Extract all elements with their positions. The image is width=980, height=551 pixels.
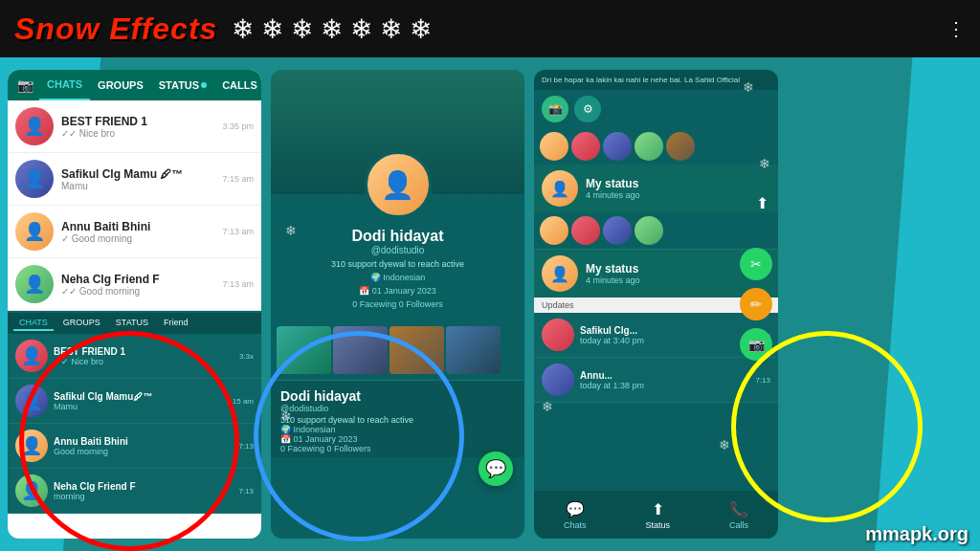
chat-item[interactable]: 👤 Safikul Clg Mamu 🖊™ Mamu 7:15 am <box>8 153 261 206</box>
contact-time: 7:13 <box>755 376 770 385</box>
status-dot <box>201 82 207 88</box>
status-nav-label: Status <box>645 520 670 530</box>
chat-info: Annu Baiti Bhini ✓ Good morning <box>61 220 218 244</box>
camera-fab-button[interactable]: ✂ <box>740 248 772 280</box>
main-content: 📷 CHATS GROUPS STATUS CALLS 👤 BEST FRIEN… <box>0 57 980 551</box>
share-icon[interactable]: ⬆ <box>756 194 768 212</box>
avatar: 👤 <box>15 160 54 198</box>
chat-item[interactable]: 👤 Neha Clg Friend F ✓✓ Good morning 7:13… <box>8 258 261 311</box>
chat-message: Mamu <box>61 181 218 191</box>
chats-nav-icon: 💬 <box>566 500 585 518</box>
profile-avatar: 👤 <box>365 151 432 218</box>
status-nav-icon: ⬆ <box>652 500 664 518</box>
avatar: 👤 <box>15 385 48 417</box>
tab-chats[interactable]: CHATS <box>39 70 90 100</box>
status-panel: ❄ ❄ ❄ ❄ Dri be hapar ka lakin kai nahi l… <box>534 70 778 539</box>
photo-fab-button[interactable]: 📷 <box>740 328 772 361</box>
pencil-fab-button[interactable]: ✏ <box>740 288 772 320</box>
chat-item[interactable]: 👤 Annu Baiti Bhini ✓ Good morning 7:13 a… <box>8 206 261 258</box>
zoomed-chat-item[interactable]: 👤 Safikul Clg Mamu🖊™ Mamu 7:15 am <box>8 379 261 424</box>
status-settings-icon[interactable]: ⚙ <box>574 96 601 122</box>
avatar: 👤 <box>15 430 48 462</box>
nav-calls[interactable]: 📞 Calls <box>729 500 748 530</box>
chat-time: 7:13 <box>238 487 254 496</box>
my-status-time-2: 4 minutes ago <box>586 276 640 285</box>
nav-chats[interactable]: 💬 Chats <box>564 500 587 530</box>
profile-date-zoomed: 📅 01 January 2023 <box>280 434 515 444</box>
profile-date: 📅 01 January 2023 <box>282 286 513 296</box>
profile-handle: @dodistudio <box>282 245 513 255</box>
chat-time: 7:13 am <box>222 227 254 236</box>
contact-avatar <box>540 132 568 161</box>
chat-info: Annu Baiti Bhini Good morning <box>54 436 233 456</box>
my-status-avatar-2: 👤 <box>542 255 578 292</box>
chat-list-panel: 📷 CHATS GROUPS STATUS CALLS 👤 BEST FRIEN… <box>8 70 261 539</box>
avatar: 👤 <box>15 265 54 303</box>
snowflake-4: ❄ <box>321 13 343 45</box>
status-header-msg: Dri be hapar ka lakin kai nahi le nehe b… <box>534 70 778 90</box>
chat-message: ✓✓ Good morning <box>61 286 218 297</box>
chat-name: BEST FRIEND 1 <box>54 346 234 357</box>
chat-time: 3:3x <box>239 352 254 361</box>
thumbnail <box>390 326 444 374</box>
contact-info: Annu... today at 1:38 pm <box>580 370 749 390</box>
contact-avatar <box>571 132 600 161</box>
contact-avatar <box>542 319 574 351</box>
brand-watermark: mmapk.org <box>865 523 969 545</box>
thumbnail <box>333 326 388 374</box>
chat-name: Neha Clg Friend F <box>61 273 218 286</box>
contact-avatar <box>540 216 568 245</box>
chat-info: BEST FRIEND 1 ✓✓ Nice bro <box>61 115 218 139</box>
avatar: 👤 <box>15 474 48 507</box>
chat-info: Safikul Clg Mamu🖊™ Mamu <box>54 391 220 411</box>
profile-desc-zoomed: 310 support dyewal to reach active <box>280 415 515 425</box>
snowflake-icon: ❄ <box>719 437 730 452</box>
chats-nav-label: Chats <box>564 520 587 530</box>
message-fab-button[interactable]: 💬 <box>479 452 513 486</box>
profile-handle-zoomed: @dodistudio <box>280 404 515 413</box>
chat-time: 7:15 am <box>222 174 254 184</box>
profile-description: 310 support dyewal to reach active <box>282 259 513 269</box>
contact-name: Annu... <box>580 370 749 381</box>
zoomed-chat-item[interactable]: 👤 Neha Clg Friend F morning 7:13 <box>8 469 261 514</box>
my-status-avatar: 👤 <box>542 170 578 207</box>
contact-message: today at 1:38 pm <box>580 381 749 390</box>
contact-avatar <box>542 364 574 396</box>
snowflake-7: ❄ <box>410 13 432 45</box>
chat-list: 👤 BEST FRIEND 1 ✓✓ Nice bro 3:35 pm 👤 Sa… <box>8 100 261 514</box>
status-contact-item[interactable]: Annu... today at 1:38 pm 7:13 <box>534 358 778 403</box>
profile-name: Dodi hidayat <box>282 228 513 245</box>
camera-icon[interactable]: 📷 <box>11 77 39 93</box>
tab-groups[interactable]: GROUPS <box>90 70 151 100</box>
nav-status[interactable]: ⬆ Status <box>645 500 670 530</box>
profile-location: 🌍 Indonesian <box>282 273 513 282</box>
profile-thumbnails <box>271 320 524 380</box>
calls-nav-icon: 📞 <box>729 500 748 518</box>
chat-name: Annu Baiti Bhini <box>54 436 233 447</box>
banner-title: Snow Effects <box>14 11 217 47</box>
contact-avatar <box>603 216 632 245</box>
profile-following: 0 Facewing 0 Followers <box>352 299 443 309</box>
my-status-label: My status <box>586 177 640 190</box>
profile-name-zoomed: Dodi hidayat <box>280 388 515 404</box>
status-icons: 📸 ⚙ <box>534 90 778 128</box>
chat-info: Safikul Clg Mamu 🖊™ Mamu <box>61 167 218 191</box>
chat-info: Neha Clg Friend F morning <box>54 481 233 501</box>
phone-nav: 📷 CHATS GROUPS STATUS CALLS <box>8 70 261 100</box>
chat-message: ✓ Good morning <box>61 233 218 244</box>
chat-item[interactable]: 👤 BEST FRIEND 1 ✓✓ Nice bro 3:35 pm <box>8 100 261 153</box>
three-dots-icon[interactable]: ⋮ <box>947 17 966 40</box>
tab-status[interactable]: STATUS <box>151 70 214 100</box>
tab-calls[interactable]: CALLS <box>214 70 261 100</box>
contact-info: Safikul Clg... today at 3:40 pm <box>580 325 750 345</box>
chat-message: ✓✓ Nice bro <box>61 128 218 139</box>
status-action-icon[interactable]: 📸 <box>542 96 568 122</box>
my-status-info: My status 4 minutes ago <box>586 177 640 200</box>
zoomed-chat-item[interactable]: 👤 Annu Baiti Bhini Good morning 7:13 <box>8 424 261 469</box>
chat-time: 7:15 am <box>226 397 254 406</box>
avatar: 👤 <box>15 107 54 145</box>
right-fab-group: ✂ ✏ 📷 <box>740 248 772 361</box>
avatar: 👤 <box>15 212 54 251</box>
zoomed-chat-item[interactable]: 👤 BEST FRIEND 1 ✓✓ Nice bro 3:3x <box>8 334 261 379</box>
bottom-navigation: 💬 Chats ⬆ Status 📞 Calls <box>534 491 778 539</box>
